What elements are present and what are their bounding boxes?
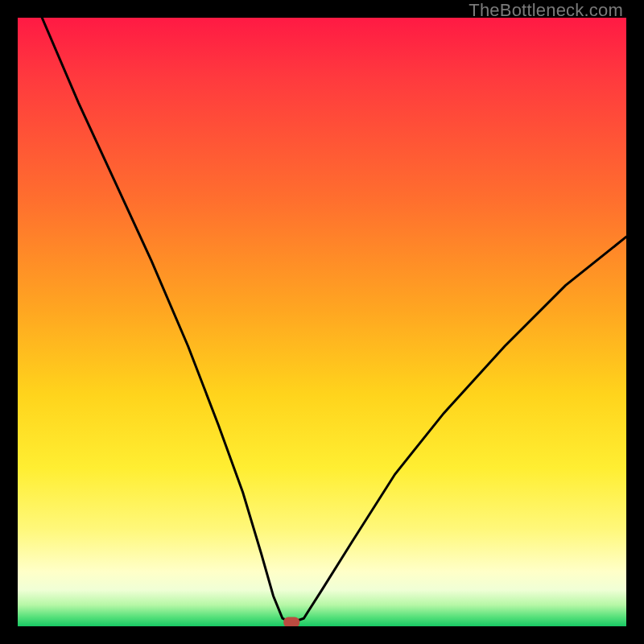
curve-svg — [18, 18, 626, 626]
optimum-marker — [283, 617, 299, 627]
chart-frame: TheBottleneck.com — [0, 0, 644, 644]
bottleneck-curve — [42, 18, 626, 623]
plot-area — [18, 18, 626, 626]
